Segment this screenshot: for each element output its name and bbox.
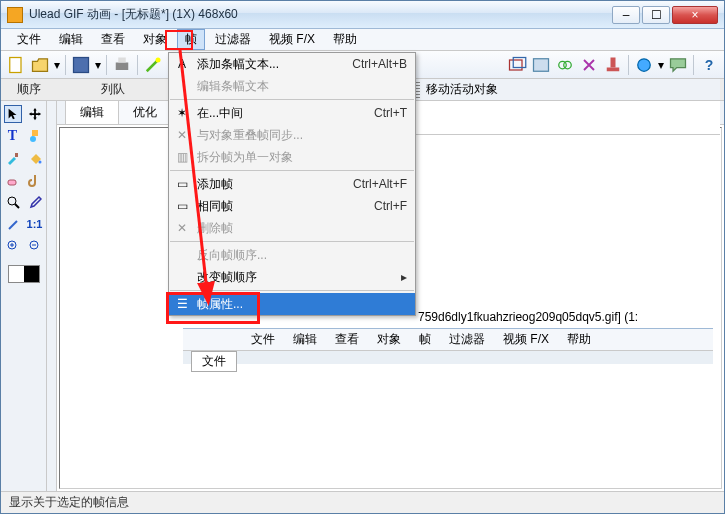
sub-menu-edit[interactable]: 编辑 xyxy=(285,329,325,350)
svg-rect-14 xyxy=(32,130,38,136)
sub-menu-view[interactable]: 查看 xyxy=(327,329,367,350)
save-dropdown-icon[interactable]: ▾ xyxy=(94,58,102,72)
tool-a[interactable] xyxy=(506,54,528,76)
mi-edit-strip-text: 编辑条幅文本 xyxy=(169,75,415,97)
menu-help[interactable]: 帮助 xyxy=(325,29,365,50)
menu-frame[interactable]: 帧 xyxy=(177,29,205,50)
scissors-icon xyxy=(579,55,599,75)
globe-dropdown-icon[interactable]: ▾ xyxy=(657,58,665,72)
mi-change-order[interactable]: 改变帧顺序 ▸ xyxy=(169,266,415,288)
zoom-fit-tool[interactable] xyxy=(4,237,22,255)
text-a-icon: A xyxy=(173,55,191,73)
color-swatch[interactable] xyxy=(8,265,40,283)
menu-filter[interactable]: 过滤器 xyxy=(207,29,259,50)
layers-icon xyxy=(507,55,527,75)
text-icon: T xyxy=(8,128,17,144)
printer-icon xyxy=(112,55,132,75)
fill-tool[interactable] xyxy=(26,149,44,167)
minimize-icon: – xyxy=(623,8,630,22)
stamp-icon xyxy=(603,55,623,75)
sub-menu-filter[interactable]: 过滤器 xyxy=(441,329,493,350)
wizard-button[interactable] xyxy=(142,54,164,76)
svg-rect-11 xyxy=(607,67,620,71)
tool-c[interactable] xyxy=(554,54,576,76)
tool-g[interactable] xyxy=(667,54,689,76)
window-buttons: – ☐ × xyxy=(612,6,718,24)
open-dropdown-icon[interactable]: ▾ xyxy=(53,58,61,72)
mi-split-single: ▥ 拆分帧为单一对象 xyxy=(169,146,415,168)
close-button[interactable]: × xyxy=(672,6,718,24)
sub-window: 文件 编辑 查看 对象 帧 过滤器 视频 F/X 帮助 文件 xyxy=(183,328,713,364)
sub-menu-file[interactable]: 文件 xyxy=(243,329,283,350)
maximize-button[interactable]: ☐ xyxy=(642,6,670,24)
wand-tool[interactable] xyxy=(4,215,22,233)
grip-icon[interactable] xyxy=(416,82,420,98)
open-button[interactable] xyxy=(29,54,51,76)
brush-tool[interactable] xyxy=(4,149,22,167)
new-button[interactable] xyxy=(5,54,27,76)
close-icon: × xyxy=(691,8,698,22)
tool-e[interactable] xyxy=(602,54,624,76)
pointer-tool[interactable] xyxy=(4,105,22,123)
svg-line-20 xyxy=(15,204,19,208)
sub-menu-videofx[interactable]: 视频 F/X xyxy=(495,329,557,350)
menu-edit[interactable]: 编辑 xyxy=(51,29,91,50)
smudge-tool[interactable] xyxy=(26,171,44,189)
zoomout-icon xyxy=(28,239,42,253)
sub-menu-object[interactable]: 对象 xyxy=(369,329,409,350)
actual-size-tool[interactable]: 1:1 xyxy=(26,215,44,233)
panel-divider xyxy=(410,101,720,135)
print-button[interactable] xyxy=(111,54,133,76)
mi-same-frame[interactable]: ▭ 相同帧 Ctrl+F xyxy=(169,195,415,217)
tool-f[interactable] xyxy=(633,54,655,76)
one-one-icon: 1:1 xyxy=(27,218,43,230)
save-button[interactable] xyxy=(70,54,92,76)
svg-line-21 xyxy=(9,221,17,229)
secbar-queue: 列队 xyxy=(101,81,125,98)
eraser-tool[interactable] xyxy=(4,171,22,189)
magnify-tool[interactable] xyxy=(4,193,22,211)
save-icon xyxy=(71,55,91,75)
svg-rect-6 xyxy=(510,60,523,70)
text-tool[interactable]: T xyxy=(4,127,22,145)
help-button[interactable]: ? xyxy=(698,54,720,76)
tool-b[interactable] xyxy=(530,54,552,76)
svg-rect-1 xyxy=(74,57,89,72)
zoomfit-icon xyxy=(6,239,20,253)
minimize-button[interactable]: – xyxy=(612,6,640,24)
link-icon xyxy=(555,55,575,75)
sub-menu-frame[interactable]: 帧 xyxy=(411,329,439,350)
gutter[interactable] xyxy=(47,101,57,491)
wand2-icon xyxy=(6,217,20,231)
tab-edit[interactable]: 编辑 xyxy=(65,100,119,124)
props-icon: ☰ xyxy=(173,295,191,313)
open-folder-icon xyxy=(30,55,50,75)
svg-rect-18 xyxy=(8,180,16,185)
left-toolbox: T 1:1 xyxy=(1,101,47,491)
menu-videofx[interactable]: 视频 F/X xyxy=(261,29,323,50)
statusbar: 显示关于选定的帧信息 xyxy=(1,491,724,513)
menu-view[interactable]: 查看 xyxy=(93,29,133,50)
eyedrop-tool[interactable] xyxy=(26,193,44,211)
bucket-icon xyxy=(28,151,42,165)
move-tool[interactable] xyxy=(26,105,44,123)
sub-menu-help[interactable]: 帮助 xyxy=(559,329,599,350)
sync-icon: ✕ xyxy=(173,126,191,144)
frame-dropdown: A 添加条幅文本... Ctrl+Alt+B 编辑条幅文本 ✶ 在...中间 C… xyxy=(168,52,416,316)
submenu-arrow-icon: ▸ xyxy=(401,270,407,284)
mi-add-frame[interactable]: ▭ 添加帧 Ctrl+Alt+F xyxy=(169,173,415,195)
tool-d[interactable] xyxy=(578,54,600,76)
mi-between[interactable]: ✶ 在...中间 Ctrl+T xyxy=(169,102,415,124)
del-frame-icon: ✕ xyxy=(173,219,191,237)
mi-add-strip-text[interactable]: A 添加条幅文本... Ctrl+Alt+B xyxy=(169,53,415,75)
mi-frame-properties[interactable]: ☰ 帧属性... xyxy=(169,293,415,315)
sub-tab-file[interactable]: 文件 xyxy=(191,351,237,372)
menu-file[interactable]: 文件 xyxy=(9,29,49,50)
shape-tool[interactable] xyxy=(26,127,44,145)
tab-optimize[interactable]: 优化 xyxy=(118,100,172,124)
svg-point-5 xyxy=(156,57,161,62)
panel-header: 移动活动对象 xyxy=(410,79,720,101)
menu-object[interactable]: 对象 xyxy=(135,29,175,50)
pointer-icon xyxy=(6,107,20,121)
zoom-out-tool[interactable] xyxy=(26,237,44,255)
